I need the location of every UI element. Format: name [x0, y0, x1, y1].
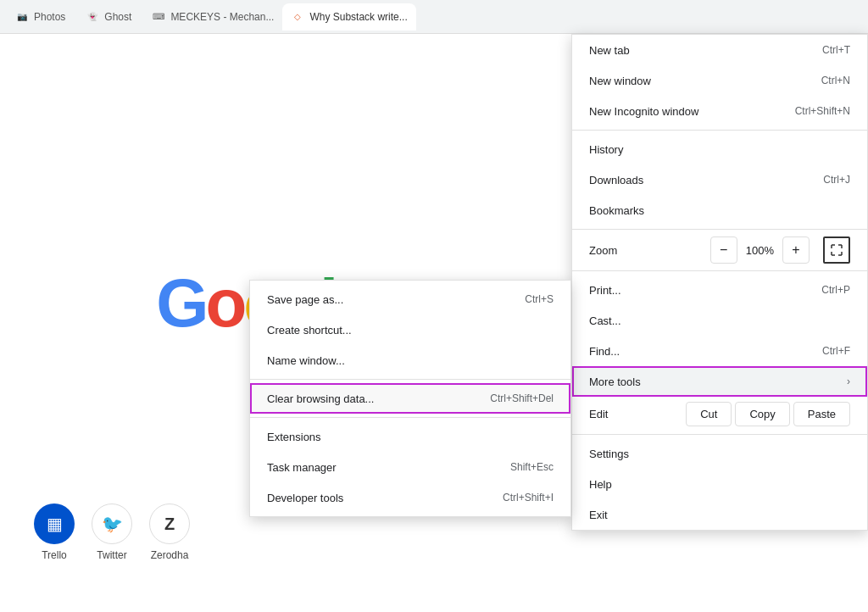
new-window-shortcut: Ctrl+N	[821, 75, 850, 86]
menu-item-new-window[interactable]: New window Ctrl+N	[572, 65, 867, 96]
more-tools-submenu: Save page as... Ctrl+S Create shortcut..…	[249, 280, 571, 517]
bookmarks-label: Bookmarks	[589, 204, 644, 217]
create-shortcut-label: Create shortcut...	[267, 324, 352, 337]
developer-tools-shortcut: Ctrl+Shift+I	[503, 492, 554, 504]
menu-item-new-tab[interactable]: New tab Ctrl+T	[572, 35, 867, 65]
substack-tab-icon: ◇	[291, 10, 304, 24]
developer-tools-label: Developer tools	[267, 492, 343, 504]
zerodha-icon: Z	[149, 504, 190, 544]
shortcuts-row: ▦ Trello 🐦 Twitter Z Zerodha	[34, 504, 190, 561]
menu-item-exit[interactable]: Exit	[572, 499, 867, 530]
downloads-shortcut: Ctrl+J	[823, 174, 850, 186]
zerodha-label: Zerodha	[151, 549, 189, 561]
menu-item-help[interactable]: Help	[572, 469, 867, 499]
submenu-sep-2	[250, 417, 570, 418]
photos-tab-icon: 📷	[15, 10, 29, 24]
clear-browsing-label: Clear browsing data...	[267, 392, 374, 405]
cut-button[interactable]: Cut	[686, 402, 732, 426]
separator-2	[572, 229, 867, 230]
twitter-icon: 🐦	[92, 504, 132, 544]
separator-1	[572, 130, 867, 131]
meckeys-tab-icon: ⌨	[152, 10, 165, 24]
menu-item-print[interactable]: Print... Ctrl+P	[572, 275, 867, 305]
menu-item-more-tools[interactable]: More tools ›	[572, 366, 867, 397]
separator-4	[572, 434, 867, 435]
save-page-label: Save page as...	[267, 293, 343, 306]
shortcut-zerodha[interactable]: Z Zerodha	[149, 504, 190, 561]
more-tools-label: More tools	[589, 376, 641, 388]
name-window-label: Name window...	[267, 354, 345, 367]
tab-ghost-label: Ghost	[104, 11, 131, 23]
help-label: Help	[589, 478, 612, 491]
logo-g: G	[156, 264, 205, 342]
extensions-label: Extensions	[267, 431, 321, 443]
downloads-label: Downloads	[589, 174, 643, 186]
tab-substack[interactable]: ◇ Why Substack write...	[282, 3, 415, 31]
exit-label: Exit	[589, 509, 608, 521]
menu-item-downloads[interactable]: Downloads Ctrl+J	[572, 164, 867, 195]
fullscreen-button[interactable]	[823, 236, 850, 264]
new-tab-label: New tab	[589, 44, 630, 57]
zoom-label: Zoom	[589, 244, 704, 257]
submenu-developer-tools[interactable]: Developer tools Ctrl+Shift+I	[250, 482, 570, 513]
zoom-increase-button[interactable]: +	[782, 236, 810, 264]
shortcut-trello[interactable]: ▦ Trello	[34, 504, 75, 561]
menu-item-bookmarks[interactable]: Bookmarks	[572, 195, 867, 225]
new-incognito-label: New Incognito window	[589, 105, 698, 118]
zoom-value: 100%	[737, 244, 782, 257]
save-page-shortcut: Ctrl+S	[525, 293, 554, 305]
more-tools-arrow: ›	[847, 376, 850, 387]
submenu-create-shortcut[interactable]: Create shortcut...	[250, 314, 570, 345]
ghost-tab-icon: 👻	[86, 10, 99, 24]
separator-3	[572, 270, 867, 271]
submenu-name-window[interactable]: Name window...	[250, 345, 570, 376]
menu-item-new-incognito[interactable]: New Incognito window Ctrl+Shift+N	[572, 96, 867, 126]
clear-browsing-shortcut: Ctrl+Shift+Del	[490, 392, 554, 404]
find-shortcut: Ctrl+F	[822, 345, 850, 357]
zoom-row: Zoom − 100% +	[572, 233, 867, 267]
print-shortcut: Ctrl+P	[821, 284, 850, 296]
browser-tab-bar: 📷 Photos 👻 Ghost ⌨ MECKEYS - Mechan... ◇…	[0, 0, 868, 34]
menu-item-find[interactable]: Find... Ctrl+F	[572, 336, 867, 366]
new-incognito-shortcut: Ctrl+Shift+N	[795, 105, 850, 117]
submenu-save-page[interactable]: Save page as... Ctrl+S	[250, 284, 570, 314]
menu-item-cast[interactable]: Cast...	[572, 305, 867, 336]
print-label: Print...	[589, 284, 621, 297]
paste-button[interactable]: Paste	[793, 402, 850, 426]
trello-label: Trello	[42, 549, 67, 561]
find-label: Find...	[589, 345, 620, 358]
logo-o1: o	[205, 264, 243, 342]
menu-item-history[interactable]: History	[572, 134, 867, 164]
tab-meckeys-label: MECKEYS - Mechan...	[170, 11, 274, 23]
trello-icon: ▦	[34, 504, 75, 544]
edit-label: Edit	[589, 408, 682, 420]
submenu-extensions[interactable]: Extensions	[250, 421, 570, 452]
new-window-label: New window	[589, 75, 651, 87]
task-manager-label: Task manager	[267, 461, 337, 474]
zoom-controls: − 100% +	[710, 236, 810, 264]
tab-photos[interactable]: 📷 Photos	[7, 3, 74, 31]
task-manager-shortcut: Shift+Esc	[510, 461, 554, 473]
edit-row: Edit Cut Copy Paste	[572, 397, 867, 431]
shortcut-twitter[interactable]: 🐦 Twitter	[92, 504, 132, 561]
submenu-clear-browsing[interactable]: Clear browsing data... Ctrl+Shift+Del	[250, 383, 570, 414]
zoom-decrease-button[interactable]: −	[710, 236, 737, 264]
history-label: History	[589, 143, 623, 156]
copy-button[interactable]: Copy	[735, 402, 789, 426]
tab-ghost[interactable]: 👻 Ghost	[77, 3, 140, 31]
tab-substack-label: Why Substack write...	[309, 11, 407, 23]
twitter-label: Twitter	[97, 549, 126, 561]
tab-meckeys[interactable]: ⌨ MECKEYS - Mechan...	[143, 3, 279, 31]
cast-label: Cast...	[589, 314, 621, 327]
new-tab-shortcut: Ctrl+T	[822, 44, 850, 56]
chrome-menu: New tab Ctrl+T New window Ctrl+N New Inc…	[571, 34, 868, 531]
submenu-task-manager[interactable]: Task manager Shift+Esc	[250, 452, 570, 482]
submenu-sep-1	[250, 379, 570, 380]
menu-item-settings[interactable]: Settings	[572, 438, 867, 469]
tab-photos-label: Photos	[34, 11, 65, 23]
settings-label: Settings	[589, 448, 629, 460]
